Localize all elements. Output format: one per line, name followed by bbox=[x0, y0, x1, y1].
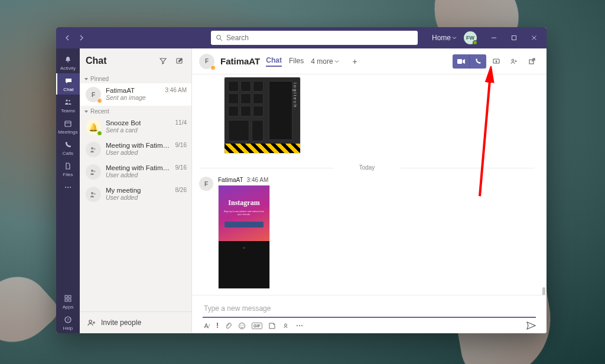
rail-help[interactable]: ? Help bbox=[56, 312, 80, 333]
message-sender: FatimaAT bbox=[218, 177, 243, 183]
workspace-label: Home bbox=[432, 34, 451, 42]
new-chat-button[interactable] bbox=[174, 55, 186, 67]
svg-point-10 bbox=[70, 187, 71, 188]
svg-rect-25 bbox=[457, 59, 462, 64]
phone-icon bbox=[474, 58, 482, 65]
tab-files[interactable]: Files bbox=[289, 57, 304, 66]
rail-files[interactable]: Files bbox=[56, 158, 80, 180]
add-tab-button[interactable]: + bbox=[350, 57, 360, 66]
apps-icon bbox=[63, 294, 73, 303]
chat-time: 3:46 AM bbox=[165, 87, 187, 94]
conversation-header: F FatimaAT Chat Files 4 more + bbox=[192, 48, 547, 74]
svg-line-1 bbox=[220, 39, 222, 41]
format-button[interactable] bbox=[203, 322, 210, 330]
chat-item-meeting[interactable]: Meeting with Fatima Wahab9/16 User added bbox=[80, 138, 191, 161]
sticker-button[interactable] bbox=[268, 322, 276, 330]
chat-item-fatima[interactable]: F FatimaAT3:46 AM Sent an image bbox=[80, 83, 191, 106]
contact-avatar[interactable]: F bbox=[199, 54, 214, 69]
audio-call-button[interactable] bbox=[470, 54, 486, 69]
add-people-button[interactable] bbox=[506, 54, 522, 69]
presence-indicator bbox=[473, 40, 477, 45]
history-back-button[interactable] bbox=[61, 31, 74, 44]
rail-meetings[interactable]: Meetings bbox=[56, 116, 80, 137]
message-time: 3:46 AM bbox=[247, 177, 269, 183]
svg-point-27 bbox=[512, 59, 514, 61]
emoji-button[interactable] bbox=[238, 322, 246, 330]
section-recent[interactable]: Recent bbox=[80, 106, 191, 116]
svg-rect-6 bbox=[65, 121, 71, 126]
popout-button[interactable] bbox=[524, 54, 539, 69]
instagram-screenshot-image[interactable]: Instagram Sign up to see photos and vide… bbox=[218, 185, 270, 289]
stream-button[interactable] bbox=[282, 322, 290, 330]
attach-button[interactable] bbox=[225, 322, 232, 330]
avatar: F bbox=[86, 87, 101, 102]
filter-button[interactable] bbox=[157, 55, 169, 67]
svg-point-34 bbox=[299, 325, 300, 326]
file-icon bbox=[63, 161, 73, 171]
chat-time: 9/16 bbox=[175, 164, 187, 171]
svg-text:?: ? bbox=[67, 318, 69, 322]
chat-preview: User added bbox=[106, 149, 187, 156]
svg-rect-3 bbox=[512, 36, 516, 40]
meeting-icon bbox=[89, 190, 97, 199]
maximize-button[interactable] bbox=[504, 27, 524, 48]
keyboard-brand: logitech bbox=[293, 83, 298, 109]
message-input[interactable] bbox=[204, 304, 535, 313]
phone-icon bbox=[63, 140, 73, 150]
bg-petal bbox=[0, 263, 63, 359]
tab-more[interactable]: 4 more bbox=[311, 57, 339, 66]
avatar bbox=[86, 142, 101, 157]
workspace-picker[interactable]: Home bbox=[432, 34, 457, 42]
search-input[interactable] bbox=[226, 34, 413, 42]
rail-calls[interactable]: Calls bbox=[56, 137, 80, 158]
chat-preview: Sent an image bbox=[106, 94, 187, 101]
rail-apps[interactable]: Apps bbox=[56, 291, 80, 312]
rail-label: Activity bbox=[60, 66, 76, 71]
chevron-down-icon bbox=[334, 59, 339, 64]
chevron-down-icon bbox=[452, 35, 457, 40]
svg-point-19 bbox=[93, 148, 95, 150]
chat-time: 8/26 bbox=[175, 187, 187, 194]
rail-more[interactable] bbox=[56, 180, 80, 194]
svg-point-24 bbox=[89, 320, 92, 323]
invite-label: Invite people bbox=[101, 318, 141, 327]
chat-item-meeting[interactable]: Meeting with Fatima Wahab9/16 User added bbox=[80, 161, 191, 183]
svg-rect-14 bbox=[69, 299, 71, 301]
rail-teams[interactable]: Teams bbox=[56, 95, 80, 116]
teams-icon bbox=[63, 98, 73, 107]
screen-share-button[interactable] bbox=[489, 54, 504, 69]
rail-activity[interactable]: Activity bbox=[56, 52, 80, 73]
more-actions-button[interactable] bbox=[295, 324, 304, 327]
chat-list-header: Chat bbox=[80, 48, 191, 73]
tab-chat[interactable]: Chat bbox=[266, 56, 282, 67]
keyboard-image[interactable]: logitech bbox=[224, 77, 301, 154]
scrollbar-thumb[interactable] bbox=[542, 287, 545, 295]
svg-point-31 bbox=[243, 324, 243, 325]
rail-chat[interactable]: Chat bbox=[56, 73, 80, 95]
chat-item-meeting[interactable]: My meeting8/26 User added bbox=[80, 183, 191, 206]
meeting-icon bbox=[89, 168, 97, 176]
chat-name: Snooze Bot bbox=[106, 119, 141, 126]
video-call-button[interactable] bbox=[453, 54, 469, 69]
priority-button[interactable]: ! bbox=[216, 321, 219, 330]
chat-name: Meeting with Fatima Wahab bbox=[106, 142, 173, 149]
svg-rect-11 bbox=[65, 295, 67, 298]
search-box[interactable] bbox=[211, 31, 418, 45]
close-button[interactable] bbox=[524, 27, 544, 48]
minimize-button[interactable] bbox=[484, 27, 504, 48]
chat-item-snoozebot[interactable]: 🔔 Snooze Bot11/4 Sent a card bbox=[80, 116, 191, 138]
rail-label: Files bbox=[63, 172, 73, 177]
section-pinned[interactable]: Pinned bbox=[80, 73, 191, 83]
svg-point-30 bbox=[240, 324, 241, 325]
invite-icon bbox=[87, 318, 96, 327]
message-scroll-area[interactable]: logitech Today F FatimaAT3:46 AM Instagr… bbox=[192, 74, 547, 295]
history-forward-button[interactable] bbox=[75, 31, 88, 44]
gif-button[interactable]: GIF bbox=[252, 323, 262, 329]
svg-point-8 bbox=[65, 187, 66, 188]
send-button[interactable] bbox=[526, 321, 536, 330]
rail-label: Chat bbox=[63, 87, 73, 92]
profile-avatar[interactable]: FW bbox=[464, 31, 477, 44]
invite-people-button[interactable]: Invite people bbox=[80, 311, 191, 333]
chat-name: My meeting bbox=[106, 187, 141, 194]
compose-area: ! GIF bbox=[192, 295, 547, 333]
